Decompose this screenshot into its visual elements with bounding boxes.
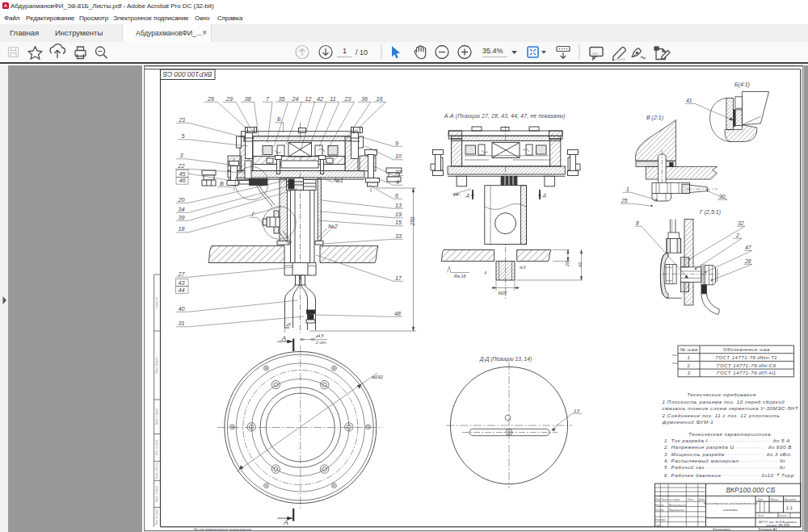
svg-text:48: 48 — [394, 310, 401, 317]
svg-text:Перв. примен.: Перв. примен. — [155, 356, 158, 373]
svg-text:250: 250 — [410, 216, 415, 226]
svg-text:ГОСТ 14771-76-ИН-С6: ГОСТ 14771-76-ИН-С6 — [717, 363, 776, 368]
svg-text:№ шва: № шва — [680, 347, 697, 352]
svg-text:13: 13 — [574, 408, 579, 413]
svg-text:Д: Д — [465, 193, 469, 198]
svg-text:47: 47 — [745, 245, 751, 250]
svg-text:46: 46 — [179, 177, 186, 184]
svg-text:Б(4:1): Б(4:1) — [734, 82, 750, 88]
svg-text:№1: №1 — [334, 177, 343, 184]
svg-text:37: 37 — [395, 169, 402, 176]
svg-text:Магнетронная распылительная: Магнетронная распылительная — [704, 501, 758, 505]
svg-text:Разраб.: Разраб. — [655, 504, 664, 507]
svg-text:до 600 В: до 600 В — [768, 444, 792, 450]
svg-text:39: 39 — [179, 214, 185, 221]
svg-text:Провер.: Провер. — [655, 509, 665, 512]
svg-text:9: 9 — [395, 140, 398, 147]
svg-text:№2: №2 — [328, 223, 338, 230]
svg-text:4. Распыляемый материал: 4. Распыляемый материал — [664, 458, 739, 463]
svg-text:31: 31 — [179, 320, 185, 327]
svg-text:Масштаб: Масштаб — [785, 498, 797, 501]
svg-text:45: 45 — [578, 262, 583, 267]
svg-text:34: 34 — [179, 206, 185, 213]
svg-text:Формат А1: Формат А1 — [758, 527, 777, 531]
svg-text:17: 17 — [395, 274, 402, 282]
svg-text:⌀4,5: ⌀4,5 — [316, 333, 324, 338]
svg-text:М20: М20 — [499, 291, 507, 295]
svg-text:4: 4 — [396, 178, 399, 186]
svg-text:Д-Д (Позиции 13, 14): Д-Д (Позиции 13, 14) — [479, 356, 532, 362]
svg-text:38: 38 — [245, 95, 251, 103]
svg-text:Ni: Ni — [780, 458, 785, 463]
svg-text:16: 16 — [377, 95, 383, 103]
svg-text:33: 33 — [395, 232, 402, 240]
svg-text:Г (2,5:1): Г (2,5:1) — [700, 209, 721, 216]
svg-text:Лист: Лист — [660, 498, 667, 501]
svg-text:1. Ток разряда I: 1. Ток разряда I — [664, 438, 708, 443]
svg-text:до 3 кВт: до 3 кВт — [767, 451, 791, 457]
svg-text:Ar: Ar — [779, 464, 786, 470]
svg-text:№ докум.: № докум. — [669, 498, 680, 501]
svg-text:32: 32 — [738, 220, 744, 226]
svg-text:27: 27 — [178, 270, 186, 278]
svg-text:Не для коммерческого использов: Не для коммерческого использования — [194, 527, 252, 531]
svg-text:36: 36 — [361, 95, 368, 103]
svg-text:23: 23 — [344, 95, 351, 103]
svg-text:А: А — [281, 334, 287, 342]
svg-text:Дата: Дата — [698, 498, 705, 501]
svg-text:29: 29 — [225, 95, 233, 103]
svg-text:19: 19 — [395, 211, 402, 218]
svg-text:Подп.: Подп. — [688, 498, 694, 501]
svg-text:24: 24 — [292, 95, 299, 103]
svg-text:Лит.: Лит. — [757, 498, 764, 501]
svg-text:1: 1 — [626, 186, 629, 192]
svg-text:система: система — [723, 508, 739, 512]
svg-text:Листов 1: Листов 1 — [776, 514, 789, 517]
svg-text:5. Рабочий газ: 5. Рабочий газ — [664, 464, 705, 470]
svg-text:14: 14 — [453, 192, 458, 197]
svg-text:Д: Д — [542, 193, 546, 198]
svg-text:Б: Б — [277, 115, 281, 123]
svg-text:Инв. № подл.: Инв. № подл. — [155, 509, 158, 525]
svg-text:1 Плоскость разъема поз. 10 пе: 1 Плоскость разъема поз. 10 перед сборко… — [663, 399, 785, 404]
svg-text:Абдурахманов: Абдурахманов — [668, 504, 686, 507]
svg-text:8: 8 — [636, 220, 639, 226]
svg-text:30: 30 — [719, 194, 726, 199]
svg-text:ГОСТ 14771-76-ИП-Н1: ГОСТ 14771-76-ИП-Н1 — [717, 371, 776, 375]
svg-text:12: 12 — [305, 95, 312, 103]
svg-text:Марахтанов: Марахтанов — [669, 509, 684, 512]
svg-text:25: 25 — [621, 198, 628, 203]
svg-text:43: 43 — [179, 279, 185, 287]
svg-text:22: 22 — [178, 162, 185, 170]
svg-text:2 шт.: 2 шт. — [315, 340, 327, 345]
svg-text:Технические требования: Технические требования — [687, 392, 756, 397]
svg-text:до 5 А: до 5 А — [773, 438, 790, 443]
svg-text:В (2:1): В (2:1) — [646, 115, 663, 121]
svg-text:6: 6 — [395, 192, 398, 199]
svg-text:1:1: 1:1 — [786, 505, 793, 510]
svg-text:3х10⁻⁴ Торр: 3х10⁻⁴ Торр — [761, 472, 794, 478]
svg-text:А: А — [283, 518, 288, 526]
svg-text:10: 10 — [395, 153, 402, 160]
svg-text:ГОСТ 14771-76-ИНп-Т1: ГОСТ 14771-76-ИНп-Т1 — [716, 355, 777, 360]
svg-text:Изм: Изм — [655, 498, 661, 501]
svg-text:Утв.: Утв. — [655, 524, 661, 527]
svg-text:2: 2 — [735, 232, 739, 238]
svg-text:20: 20 — [565, 262, 570, 267]
svg-text:2: 2 — [687, 363, 691, 368]
svg-text:Лист: Лист — [756, 514, 764, 517]
svg-text:смазать тонким слоем герметика: смазать тонким слоем герметика У-30МЭС-5… — [663, 405, 799, 411]
svg-text:26: 26 — [207, 95, 214, 103]
svg-text:Справ. №: Справ. № — [155, 296, 158, 308]
svg-text:4: 4 — [485, 271, 487, 275]
svg-text:1: 1 — [688, 355, 691, 360]
svg-text:Взам. инв. №: Взам. инв. № — [155, 463, 158, 479]
svg-text:2 Соединение поз. 11 с поз. 12: 2 Соединение поз. 11 с поз. 12 уплотнить — [662, 413, 781, 418]
svg-text:41: 41 — [686, 98, 692, 103]
svg-text:⌀5: ⌀5 — [286, 323, 291, 327]
svg-text:фумлентой ФУМ-1: фумлентой ФУМ-1 — [663, 419, 714, 425]
svg-text:Обозначение шва: Обозначение шва — [723, 347, 770, 352]
svg-text:В: В — [220, 180, 224, 187]
svg-text:Н.контр.: Н.контр. — [655, 518, 666, 522]
svg-text:3: 3 — [688, 371, 691, 375]
